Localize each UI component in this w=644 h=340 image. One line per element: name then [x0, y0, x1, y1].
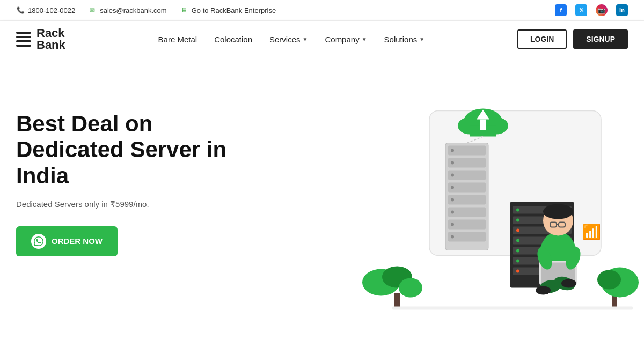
logo-line2: Bank [36, 39, 65, 51]
enterprise-text: Go to RackBank Enterprise [192, 6, 276, 14]
phone-icon: 📞 [16, 6, 25, 14]
order-now-button[interactable]: ORDER NOW [16, 226, 118, 256]
top-bar-left: 📞 1800-102-0022 ✉ sales@rackbank.com 🖥 G… [16, 6, 276, 14]
hero-section: Best Deal on Dedicated Server in India D… [0, 57, 644, 340]
svg-rect-6 [480, 120, 486, 130]
svg-point-37 [516, 260, 519, 263]
hero-illustration: 📶 [311, 57, 644, 340]
svg-rect-61 [392, 307, 633, 310]
hero-subtitle: Dedicated Servers only in ₹5999/mo. [16, 199, 263, 209]
phone-number: 1800-102-0022 [28, 6, 75, 14]
logo[interactable]: Rack Bank [16, 27, 65, 51]
monitor-icon: 🖥 [180, 6, 188, 14]
svg-text:📶: 📶 [582, 223, 601, 241]
nav-bare-metal[interactable]: Bare Metal [158, 35, 197, 44]
top-bar: 📞 1800-102-0022 ✉ sales@rackbank.com 🖥 G… [0, 0, 644, 21]
hero-content: Best Deal on Dedicated Server in India D… [16, 90, 263, 256]
svg-point-22 [451, 223, 454, 226]
svg-point-41 [543, 204, 573, 219]
svg-point-38 [516, 270, 519, 273]
social-links: f 𝕏 📷 in [555, 4, 628, 16]
nav-services[interactable]: Services ▼ [269, 35, 308, 44]
svg-point-36 [516, 249, 519, 253]
instagram-icon[interactable]: 📷 [596, 4, 608, 16]
svg-point-33 [516, 219, 519, 222]
logo-line-1 [16, 32, 31, 34]
email-link[interactable]: ✉ sales@rackbank.com [88, 6, 166, 14]
facebook-icon[interactable]: f [555, 4, 567, 16]
svg-point-18 [451, 174, 454, 177]
svg-point-57 [399, 278, 422, 298]
logo-line1: Rack [36, 27, 65, 39]
nav-links: Bare Metal Colocation Services ▼ Company… [158, 35, 425, 44]
logo-line-4 [16, 45, 31, 47]
svg-point-19 [451, 186, 454, 189]
svg-point-52 [561, 279, 576, 288]
services-dropdown-icon: ▼ [303, 36, 308, 42]
nav-services-label: Services [269, 35, 301, 44]
navbar: Rack Bank Bare Metal Colocation Services… [0, 21, 644, 57]
svg-point-60 [597, 270, 621, 290]
nav-company-label: Company [325, 35, 359, 44]
nav-bare-metal-label: Bare Metal [158, 35, 197, 44]
svg-point-32 [516, 209, 519, 212]
nav-actions: LOGIN SIGNUP [517, 29, 628, 49]
nav-solutions-label: Solutions [384, 35, 418, 44]
login-button[interactable]: LOGIN [517, 29, 567, 49]
solutions-dropdown-icon: ▼ [419, 36, 425, 42]
svg-point-17 [451, 161, 454, 165]
svg-point-51 [536, 286, 551, 295]
twitter-icon[interactable]: 𝕏 [575, 4, 587, 16]
nav-colocation-label: Colocation [214, 35, 252, 44]
company-dropdown-icon: ▼ [362, 36, 367, 42]
whatsapp-icon [31, 234, 46, 249]
phone-link[interactable]: 📞 1800-102-0022 [16, 6, 75, 14]
enterprise-link[interactable]: 🖥 Go to RackBank Enterprise [180, 6, 276, 14]
logo-text: Rack Bank [36, 27, 65, 51]
svg-point-34 [516, 229, 519, 232]
svg-point-21 [451, 211, 454, 214]
nav-colocation[interactable]: Colocation [214, 35, 252, 44]
email-address: sales@rackbank.com [100, 6, 166, 14]
svg-point-23 [451, 235, 454, 239]
svg-point-16 [451, 149, 454, 152]
hero-title: Best Deal on Dedicated Server in India [16, 111, 263, 189]
logo-icon [16, 32, 31, 47]
logo-line-3 [16, 40, 31, 42]
svg-point-35 [516, 239, 519, 242]
logo-line-2 [16, 36, 31, 38]
nav-solutions[interactable]: Solutions ▼ [384, 35, 425, 44]
nav-company[interactable]: Company ▼ [325, 35, 367, 44]
order-now-label: ORDER NOW [52, 236, 103, 246]
svg-point-20 [451, 198, 454, 202]
linkedin-icon[interactable]: in [616, 4, 628, 16]
email-icon: ✉ [88, 6, 97, 14]
signup-button[interactable]: SIGNUP [573, 29, 628, 49]
